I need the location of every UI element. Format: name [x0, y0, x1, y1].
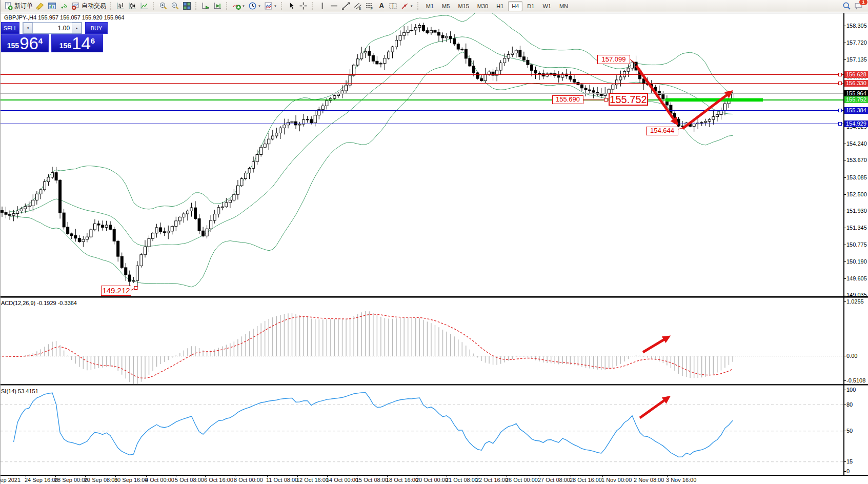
horizontal-line-icon [330, 2, 338, 10]
auto-trading-icon [71, 2, 80, 10]
equidistant-channel-button[interactable]: E [352, 1, 364, 11]
new-order-label: 新订单 [14, 2, 33, 10]
search-icon [842, 2, 851, 10]
auto-scroll-icon [201, 2, 210, 10]
volume-increase-button[interactable]: ▲ [72, 23, 82, 33]
zoom-in-icon [159, 2, 168, 10]
toolbar-separator [281, 2, 283, 10]
toolbar-separator [153, 2, 155, 10]
templates-icon [264, 2, 273, 10]
line-chart-icon [140, 2, 149, 10]
fibonacci-button[interactable]: F [364, 1, 375, 11]
svg-text:E: E [358, 7, 361, 10]
buy-button[interactable]: BUY [85, 22, 108, 34]
crosshair-icon [299, 2, 308, 10]
toolbar-separator [110, 2, 112, 10]
chat-button[interactable]: 1 [853, 1, 864, 11]
templates-button[interactable]: ▼ [263, 1, 278, 11]
chart-window-icon [48, 2, 56, 10]
sell-price-panel[interactable]: 155 96 4 [1, 34, 49, 52]
arrow-shape-icon [400, 2, 409, 10]
chevron-down-icon: ▼ [258, 5, 261, 8]
candlestick-icon [128, 2, 137, 10]
main-toolbar: 新订单 自动交易 ▼ ▼ ▼ E F A T ▼ M1M5M15M30H1H4D… [1, 0, 868, 12]
arrows-tool-button[interactable]: ▼ [399, 1, 415, 11]
timeframe-button-mn[interactable]: MN [556, 1, 572, 11]
tile-windows-icon [183, 2, 191, 10]
timeframe-button-d1[interactable]: D1 [523, 1, 538, 11]
chevron-down-icon: ▼ [410, 5, 413, 8]
new-order-icon [4, 2, 13, 10]
timeframe-button-w1[interactable]: W1 [539, 1, 555, 11]
vertical-line-icon [318, 2, 327, 10]
chart-window-button[interactable] [46, 1, 58, 11]
trendline-button[interactable] [340, 1, 352, 11]
auto-trading-button[interactable]: 自动交易 [70, 1, 108, 11]
channel-icon: E [353, 2, 362, 10]
sell-button[interactable]: SELL [1, 22, 19, 34]
timeframe-button-h1[interactable]: H1 [493, 1, 507, 11]
buy-price-panel[interactable]: 156 14 6 [51, 34, 103, 52]
zoom-in-button[interactable] [157, 1, 169, 11]
one-click-trading-widget: SELL ▼ ▲ BUY 155 96 4 156 14 6 [1, 22, 108, 52]
indicators-icon [232, 2, 241, 10]
buy-price-sup: 6 [91, 36, 95, 45]
svg-text:A: A [379, 2, 384, 10]
sell-price-small: 155 [7, 42, 19, 50]
buy-price-small: 156 [59, 42, 71, 50]
chart-title: GBPJPY-,H4 155.957 156.057 155.920 155.9… [4, 14, 124, 21]
text-label-icon: T [389, 2, 397, 10]
bar-chart-button[interactable] [115, 1, 127, 11]
indicators-button[interactable]: ▼ [231, 1, 247, 11]
crosshair-button[interactable] [297, 1, 309, 11]
chart-shift-icon [213, 2, 222, 10]
toolbar-separator [417, 2, 419, 10]
svg-text:F: F [370, 7, 372, 10]
text-icon: A [377, 2, 386, 10]
candlestick-chart-button[interactable] [127, 1, 138, 11]
chart-shift-button[interactable] [212, 1, 224, 11]
toolbar-separator [312, 2, 314, 10]
timeframe-button-m5[interactable]: M5 [438, 1, 453, 11]
signals-button[interactable] [58, 1, 70, 11]
svg-text:T: T [391, 3, 394, 9]
clock-icon [248, 2, 257, 10]
zoom-out-button[interactable] [169, 1, 181, 11]
chart-canvas[interactable] [1, 0, 868, 484]
timeframe-button-m30[interactable]: M30 [474, 1, 492, 11]
line-chart-button[interactable] [138, 1, 150, 11]
zoom-out-icon [171, 2, 179, 10]
horizontal-line-button[interactable] [328, 1, 340, 11]
timeframe-button-m15[interactable]: M15 [454, 1, 472, 11]
signals-icon [59, 2, 68, 10]
auto-trading-label: 自动交易 [82, 2, 106, 10]
timeframe-button-h4[interactable]: H4 [508, 1, 522, 11]
cursor-button[interactable] [286, 1, 297, 11]
auto-scroll-button[interactable] [200, 1, 212, 11]
new-order-button[interactable]: 新订单 [3, 1, 34, 11]
buy-price-big: 14 [72, 36, 91, 51]
volume-decrease-button[interactable]: ▼ [23, 23, 33, 33]
cursor-icon [287, 2, 296, 10]
notification-badge: 1 [859, 0, 867, 5]
toolbar-separator [195, 2, 197, 10]
volume-input[interactable] [33, 23, 72, 33]
text-label-button[interactable]: T [387, 1, 399, 11]
bar-chart-icon [116, 2, 125, 10]
volume-spinner: ▼ ▲ [23, 22, 82, 34]
chevron-down-icon: ▼ [242, 5, 245, 8]
styler-button[interactable] [34, 1, 46, 11]
sell-price-big: 96 [19, 36, 38, 51]
styler-icon [36, 2, 45, 10]
periods-button[interactable]: ▼ [247, 1, 263, 11]
timeframe-group: M1M5M15M30H1H4D1W1MN [422, 1, 572, 11]
toolbar-separator [226, 2, 228, 10]
vertical-line-button[interactable] [316, 1, 328, 11]
sell-price-sup: 4 [38, 36, 43, 45]
fibonacci-icon: F [365, 2, 374, 10]
tile-windows-button[interactable] [181, 1, 193, 11]
timeframe-button-m1[interactable]: M1 [422, 1, 437, 11]
text-button[interactable]: A [375, 1, 387, 11]
search-button[interactable] [841, 1, 853, 11]
trendline-icon [341, 2, 350, 10]
